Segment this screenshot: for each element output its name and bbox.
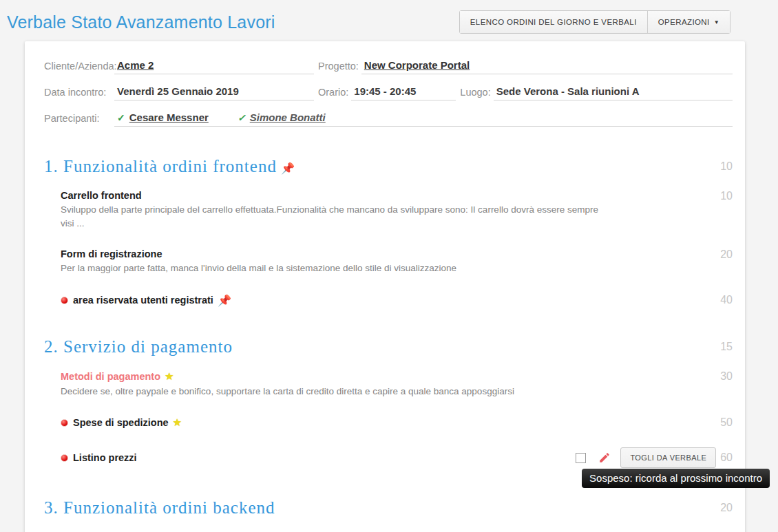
section-header: 1. Funzionalità ordini frontend📌 10 [44,157,733,176]
togli-da-verbale-button[interactable]: TOGLI DA VERBALE [620,447,716,468]
participant-name: Simone Bonatti [250,111,326,123]
operazioni-button[interactable]: OPERAZIONI▼ [647,11,730,33]
item-description: Per la maggior parte fatta, manca l'invi… [61,262,456,275]
partecipanti-field: ✓Cesare Messner ✓Simone Bonatti [114,111,733,127]
agenda-item[interactable]: Listino prezzi TOGLI DA VERBALE 60 Sospe… [61,447,733,468]
section-weight: 15 [702,341,733,353]
item-weight: 50 [702,416,733,429]
status-dot-icon [61,419,68,427]
status-dot-icon [61,297,68,304]
data-incontro-label: Data incontro: [44,87,114,100]
item-weight: 20 [702,248,733,275]
elenco-ordini-button[interactable]: ELENCO ORDINI DEL GIORNO E VERBALI [460,11,647,33]
progetto-field: New Corporate Portal [361,59,733,74]
agenda-item[interactable]: area riservata utenti registrati 📌 40 [61,294,733,307]
operazioni-label: OPERAZIONI [658,18,710,26]
section-title[interactable]: 3. Funzionalità ordini backend [44,498,275,518]
star-icon: ★ [173,416,182,429]
item-controls: TOGLI DA VERBALE 60 Sospeso: ricorda al … [576,447,733,468]
orario-field[interactable]: 19:45 - 20:45 [351,85,456,100]
pin-icon: 📌 [218,294,231,307]
cliente-label: Cliente/Azienda: [44,61,114,74]
participant-name: Cesare Messner [129,111,209,123]
progetto-link[interactable]: New Corporate Portal [364,59,470,71]
section-header: 2. Servizio di pagamento 15 [44,337,733,357]
item-weight: 30 [702,370,733,398]
chevron-down-icon: ▼ [714,19,719,25]
participant-link[interactable]: ✓Cesare Messner [117,111,209,123]
section-title[interactable]: 1. Funzionalità ordini frontend📌 [44,157,295,176]
section-title-text: 2. Servizio di pagamento [44,337,233,356]
agenda-item[interactable]: Form di registrazione Per la maggior par… [61,248,733,275]
cliente-link[interactable]: Acme 2 [117,59,154,71]
agenda-item[interactable]: Carrello frontend Sviluppo della parte p… [61,190,733,230]
item-description: Decidere se, oltre paypale e bonifico, s… [61,385,514,398]
section-weight: 20 [702,502,733,514]
item-title[interactable]: Metodi di pagamento [61,371,160,382]
cliente-field: Acme 2 [114,59,314,74]
agenda-item[interactable]: Spese di spedizione ★ 50 [61,416,733,429]
check-icon: ✓ [238,112,246,123]
data-incontro-field[interactable]: Venerdì 25 Gennaio 2019 [114,85,314,100]
edit-pencil-icon[interactable] [598,451,611,464]
item-weight: 60 [720,451,733,464]
meta-row-cliente-progetto: Cliente/Azienda: Acme 2 Progetto: New Co… [44,59,733,74]
item-title[interactable]: area riservata utenti registrati [73,295,213,306]
item-title[interactable]: Form di registrazione [61,248,456,259]
meta-row-data-orario-luogo: Data incontro: Venerdì 25 Gennaio 2019 O… [44,85,733,100]
header-button-group: ELENCO ORDINI DEL GIORNO E VERBALI OPERA… [459,10,730,34]
item-title[interactable]: Spese di spedizione [73,417,169,428]
participant-link[interactable]: ✓Simone Bonatti [238,111,326,123]
status-dot-icon [61,454,68,462]
section-header: 3. Funzionalità ordini backend 20 [44,498,733,518]
progetto-label: Progetto: [318,61,359,74]
item-description: Sviluppo della parte principale del carr… [61,203,604,230]
star-icon: ★ [165,370,174,383]
verbale-card: Cliente/Azienda: Acme 2 Progetto: New Co… [25,41,745,532]
page-title: Verbale Stato Avanzamento Lavori [7,12,275,32]
item-title[interactable]: Carrello frontend [61,190,604,201]
agenda-item[interactable]: Metodi di pagamento ★ Decidere se, oltre… [61,370,733,398]
orario-label: Orario: [318,87,348,100]
pin-icon: 📌 [281,162,295,174]
section-weight: 10 [702,160,733,173]
check-icon: ✓ [117,112,125,123]
item-weight: 10 [702,190,733,230]
luogo-field[interactable]: Sede Verona - Sala riunioni A [494,85,733,100]
suspend-tooltip: Sospeso: ricorda al prossimo incontro [582,469,770,488]
partecipanti-label: Partecipanti: [44,113,114,127]
section-title-text: 3. Funzionalità ordini backend [44,498,275,517]
topbar: Verbale Stato Avanzamento Lavori ELENCO … [0,0,778,41]
meta-row-partecipanti: Partecipanti: ✓Cesare Messner ✓Simone Bo… [44,111,733,127]
section-title[interactable]: 2. Servizio di pagamento [44,337,233,357]
section-title-text: 1. Funzionalità ordini frontend [44,157,277,175]
item-title[interactable]: Listino prezzi [73,452,137,463]
luogo-label: Luogo: [460,87,490,100]
suspend-checkbox[interactable] [576,453,586,463]
item-weight: 40 [702,294,733,307]
